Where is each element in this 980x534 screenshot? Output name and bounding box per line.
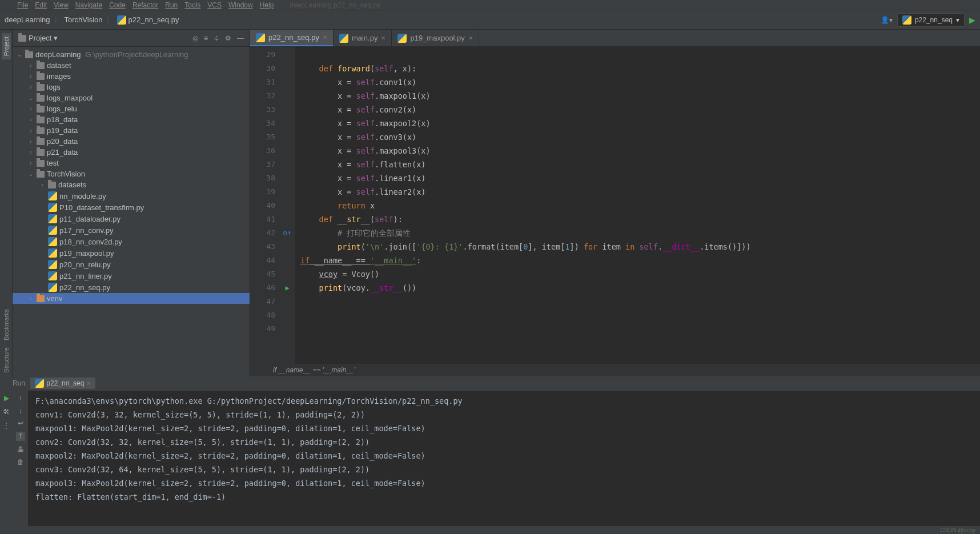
target-icon[interactable]: ◎ bbox=[192, 34, 198, 42]
tree-item-label: p20_data bbox=[47, 137, 78, 146]
tree-item[interactable]: p19_maxpool.py bbox=[13, 247, 250, 259]
tree-item-label: dataset bbox=[47, 61, 71, 70]
tree-item[interactable]: ⌄TorchVision bbox=[13, 168, 250, 179]
gear-icon[interactable]: ⚙ bbox=[225, 34, 231, 42]
tree-item[interactable]: p21_nn_liner.py bbox=[13, 270, 250, 282]
close-icon[interactable]: ✕ bbox=[468, 35, 473, 41]
close-icon[interactable]: ✕ bbox=[323, 34, 327, 41]
folder-icon bbox=[18, 35, 26, 42]
menu-window[interactable]: Window bbox=[226, 1, 255, 9]
tree-item[interactable]: ›logs bbox=[13, 82, 250, 93]
tree-item[interactable]: nn_module.py bbox=[13, 190, 250, 202]
menu-tools[interactable]: Tools bbox=[182, 1, 203, 9]
run-tools-secondary: ↑ ↓ ↩ ⤒ 🖶 🗑 bbox=[13, 391, 29, 526]
editor-tab[interactable]: main.py✕ bbox=[334, 30, 392, 46]
wrench-icon[interactable]: 🛠 bbox=[3, 408, 10, 416]
user-icon[interactable]: 👤▾ bbox=[881, 16, 893, 24]
tree-root-label: deepLearning bbox=[35, 50, 81, 59]
left-tab-bookmarks[interactable]: Bookmarks bbox=[2, 306, 11, 344]
tree-item[interactable]: P10_dataset_transfirm.py bbox=[13, 202, 250, 213]
close-icon[interactable]: ✕ bbox=[381, 35, 385, 41]
tree-item[interactable]: ›dataset bbox=[13, 60, 250, 71]
tree-item[interactable]: ›p20_data bbox=[13, 136, 250, 147]
code-breadcrumb: if __name__ == '__main__' bbox=[250, 364, 980, 376]
run-label: Run: bbox=[13, 379, 27, 387]
tree-item[interactable]: ›images bbox=[13, 71, 250, 82]
menu-file[interactable]: File bbox=[15, 1, 30, 9]
ellipsis-icon[interactable]: ⋮ bbox=[3, 421, 10, 429]
project-tree[interactable]: ⌄ deepLearning G:\pythonProject\deepLear… bbox=[13, 47, 250, 376]
menu-navigate[interactable]: Navigate bbox=[73, 1, 105, 9]
run-config-dropdown[interactable]: p22_nn_seq ▾ bbox=[897, 13, 965, 27]
tree-item[interactable]: ›venv bbox=[13, 293, 250, 304]
left-tab-project[interactable]: Project bbox=[2, 33, 11, 59]
tree-item[interactable]: ›p19_data bbox=[13, 125, 250, 136]
tree-item[interactable]: ›test bbox=[13, 158, 250, 168]
print-icon[interactable]: 🖶 bbox=[17, 445, 24, 453]
scroll-icon[interactable]: ⤒ bbox=[16, 432, 25, 441]
breadcrumb-folder[interactable]: TorchVision bbox=[65, 15, 103, 24]
tree-item-label: TorchVision bbox=[47, 170, 85, 178]
python-icon bbox=[397, 34, 407, 43]
rerun-icon[interactable]: ▶ bbox=[4, 394, 9, 402]
project-panel: Project ▾ ◎ ≡ ≑ ⚙ — ⌄ deepLearning G:\py… bbox=[13, 30, 250, 376]
tree-item[interactable]: p18_nn_conv2d.py bbox=[13, 236, 250, 247]
tree-item-label: p19_data bbox=[47, 126, 78, 135]
run-tab[interactable]: p22_nn_seq ✕ bbox=[30, 378, 95, 389]
code-editor[interactable]: def forward(self, x): x = self.conv1(x) … bbox=[295, 47, 980, 364]
python-icon bbox=[117, 15, 126, 25]
wrap-icon[interactable]: ↩ bbox=[18, 419, 23, 427]
editor-tab-label: main.py bbox=[352, 34, 378, 42]
tree-item-label: venv bbox=[47, 294, 62, 303]
tree-item-label: datasets bbox=[58, 180, 86, 189]
tree-item[interactable]: p17_nn_conv.py bbox=[13, 224, 250, 236]
editor-tab[interactable]: p19_maxpool.py✕ bbox=[392, 30, 479, 46]
down-icon[interactable]: ↓ bbox=[19, 407, 22, 415]
chevron-down-icon[interactable]: ▾ bbox=[54, 34, 58, 42]
tree-item[interactable]: p20_nn_relu.py bbox=[13, 259, 250, 270]
folder-icon bbox=[37, 84, 45, 91]
status-bar: CSDN @vcoy bbox=[0, 526, 980, 534]
run-console[interactable]: F:\anaconda3\envs\pytorch\python.exe G:/… bbox=[29, 391, 980, 526]
up-icon[interactable]: ↑ bbox=[19, 394, 22, 402]
collapse-icon[interactable]: ≑ bbox=[214, 34, 219, 42]
tree-item[interactable]: p22_nn_seq.py bbox=[13, 282, 250, 293]
tree-item[interactable]: ›logs_relu bbox=[13, 103, 250, 114]
folder-icon bbox=[37, 117, 45, 123]
run-button[interactable]: ▶ bbox=[969, 15, 975, 25]
menu-code[interactable]: Code bbox=[107, 1, 128, 9]
editor-tabs: p22_nn_seq.py✕main.py✕p19_maxpool.py✕ bbox=[250, 30, 980, 47]
tree-item[interactable]: ›p21_data bbox=[13, 147, 250, 158]
python-icon bbox=[902, 15, 911, 25]
menu-run[interactable]: Run bbox=[163, 1, 180, 9]
status-text: CSDN @vcoy bbox=[940, 527, 975, 533]
tree-root[interactable]: ⌄ deepLearning G:\pythonProject\deepLear… bbox=[13, 49, 250, 60]
nav-bar: deepLearning 〉 TorchVision 〉 p22_nn_seq.… bbox=[0, 10, 980, 30]
tree-item[interactable]: ›p18_data bbox=[13, 114, 250, 125]
breadcrumb-file[interactable]: p22_nn_seq.py bbox=[128, 15, 179, 24]
left-tab-structure[interactable]: Structure bbox=[2, 344, 11, 376]
menu-refactor[interactable]: Refactor bbox=[130, 1, 160, 9]
expand-icon[interactable]: ≡ bbox=[204, 34, 208, 42]
menu-vcs[interactable]: VCS bbox=[205, 1, 224, 9]
menu-view[interactable]: View bbox=[51, 1, 71, 9]
breadcrumb: deepLearning 〉 TorchVision 〉 p22_nn_seq.… bbox=[5, 15, 179, 25]
tree-item[interactable]: ⌄logs_maxpool bbox=[13, 93, 250, 103]
editor-tab[interactable]: p22_nn_seq.py✕ bbox=[250, 30, 334, 46]
tree-item[interactable]: ›datasets bbox=[13, 179, 250, 190]
menu-help[interactable]: Help bbox=[258, 1, 276, 9]
tree-item-label: logs_relu bbox=[47, 105, 77, 113]
python-icon bbox=[35, 379, 44, 388]
minimize-icon[interactable]: — bbox=[237, 34, 244, 42]
breadcrumb-root[interactable]: deepLearning bbox=[5, 15, 50, 24]
folder-icon bbox=[37, 95, 45, 102]
project-header-label[interactable]: Project bbox=[29, 34, 51, 42]
tree-item-label: p11_dataloader.py bbox=[59, 215, 121, 223]
menu-edit[interactable]: Edit bbox=[33, 1, 49, 9]
python-icon bbox=[48, 226, 57, 235]
tree-item[interactable]: p11_dataloader.py bbox=[13, 213, 250, 224]
tree-item-label: p19_maxpool.py bbox=[59, 249, 114, 258]
trash-icon[interactable]: 🗑 bbox=[17, 458, 24, 466]
close-icon[interactable]: ✕ bbox=[86, 380, 91, 387]
folder-icon bbox=[37, 149, 45, 156]
